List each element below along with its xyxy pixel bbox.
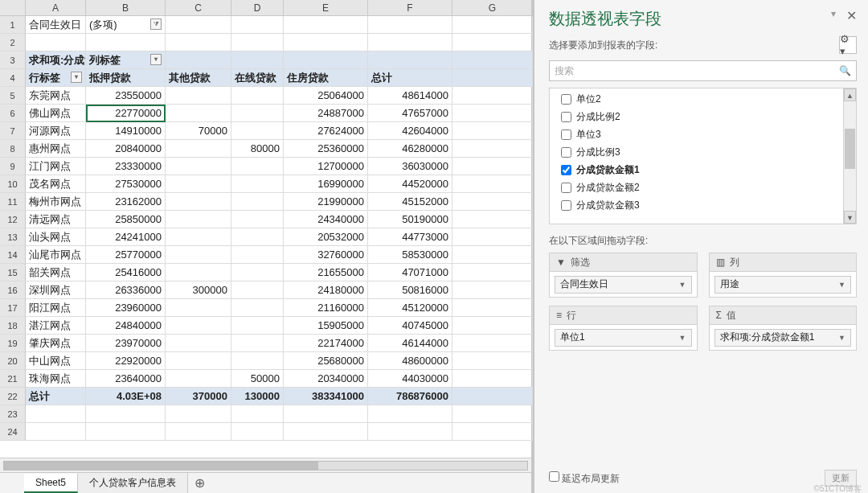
- row-num[interactable]: 15: [0, 264, 26, 281]
- data-cell[interactable]: [166, 299, 231, 317]
- row-num[interactable]: 21: [0, 370, 26, 388]
- field-item[interactable]: 分成贷款金额3: [553, 196, 843, 214]
- row-num[interactable]: 4: [0, 69, 26, 87]
- empty-cell[interactable]: [166, 405, 231, 423]
- data-cell[interactable]: [166, 228, 231, 246]
- data-cell[interactable]: 21160000: [284, 299, 368, 317]
- data-cell[interactable]: 22174000: [284, 335, 368, 352]
- empty-cell[interactable]: [452, 16, 533, 34]
- empty-cell[interactable]: [452, 264, 533, 281]
- row-num[interactable]: 24: [0, 423, 26, 441]
- header-cell[interactable]: [452, 51, 533, 69]
- data-cell[interactable]: 24840000: [86, 317, 166, 335]
- sum-label[interactable]: 求和项:分成贷: [26, 51, 86, 69]
- data-cell[interactable]: [166, 175, 231, 193]
- row-label-cell[interactable]: 湛江网点: [26, 317, 86, 335]
- row-label-cell[interactable]: 佛山网点: [26, 105, 86, 122]
- data-cell[interactable]: 50000: [231, 370, 284, 388]
- data-cell[interactable]: [166, 140, 231, 158]
- total-label[interactable]: 总计: [26, 388, 86, 405]
- data-cell[interactable]: [231, 87, 284, 105]
- data-cell[interactable]: 44520000: [368, 175, 452, 193]
- data-cell[interactable]: 15905000: [284, 317, 368, 335]
- data-cell[interactable]: 24887000: [284, 105, 368, 122]
- empty-cell[interactable]: [26, 423, 86, 441]
- field-scrollbar[interactable]: ▲ ▼: [843, 88, 856, 224]
- col-E[interactable]: E: [284, 0, 368, 16]
- data-cell[interactable]: [166, 335, 231, 352]
- filter-icon[interactable]: ⧩: [150, 18, 162, 30]
- data-cell[interactable]: 45152000: [368, 193, 452, 211]
- data-cell[interactable]: 48600000: [368, 352, 452, 370]
- header-cell[interactable]: [284, 51, 368, 69]
- data-cell[interactable]: 23550000: [86, 87, 166, 105]
- empty-cell[interactable]: [86, 34, 166, 51]
- empty-cell[interactable]: [231, 16, 284, 34]
- data-cell[interactable]: [166, 352, 231, 370]
- row-num[interactable]: 7: [0, 122, 26, 140]
- row-num[interactable]: 19: [0, 335, 26, 352]
- col-D[interactable]: D: [231, 0, 284, 16]
- empty-cell[interactable]: [452, 228, 533, 246]
- tag-values[interactable]: 求和项:分成贷款金额1▼: [714, 329, 852, 347]
- data-cell[interactable]: [231, 246, 284, 264]
- add-sheet-icon[interactable]: ⊕: [188, 478, 211, 489]
- col-F[interactable]: F: [368, 0, 452, 16]
- field-checkbox[interactable]: [561, 165, 571, 175]
- row-num[interactable]: 10: [0, 175, 26, 193]
- field-checkbox[interactable]: [561, 200, 571, 211]
- data-cell[interactable]: [231, 335, 284, 352]
- row-label-cell[interactable]: 珠海网点: [26, 370, 86, 388]
- data-cell[interactable]: 26336000: [86, 281, 166, 299]
- total-cell[interactable]: 130000: [231, 388, 284, 405]
- sheet-tab[interactable]: 个人贷款客户信息表: [78, 473, 188, 493]
- data-cell[interactable]: 24241000: [86, 228, 166, 246]
- data-cell[interactable]: [231, 193, 284, 211]
- empty-cell[interactable]: [166, 16, 231, 34]
- empty-cell[interactable]: [231, 405, 284, 423]
- data-cell[interactable]: 20340000: [284, 370, 368, 388]
- empty-cell[interactable]: [452, 335, 533, 352]
- col-h[interactable]: 抵押贷款: [86, 69, 166, 87]
- data-cell[interactable]: 22770000: [86, 105, 166, 122]
- tag-filter[interactable]: 合同生效日▼: [555, 276, 692, 294]
- col-A[interactable]: A: [26, 0, 86, 16]
- row-label-cell[interactable]: 惠州网点: [26, 140, 86, 158]
- data-cell[interactable]: [231, 175, 284, 193]
- field-item[interactable]: 单位3: [553, 125, 843, 143]
- row-label-cell[interactable]: 深圳网点: [26, 281, 86, 299]
- row-num[interactable]: 9: [0, 158, 26, 175]
- data-cell[interactable]: 23970000: [86, 335, 166, 352]
- grid[interactable]: 1合同生效日(多项)⧩23求和项:分成贷列标签▾4行标签▾抵押贷款其他贷款在线贷…: [0, 16, 531, 458]
- empty-cell[interactable]: [452, 423, 533, 441]
- field-item[interactable]: 单位2: [553, 90, 843, 108]
- data-cell[interactable]: 24340000: [284, 211, 368, 228]
- row-label-cell[interactable]: 中山网点: [26, 352, 86, 370]
- row-num[interactable]: 17: [0, 299, 26, 317]
- data-cell[interactable]: 300000: [166, 281, 231, 299]
- empty-cell[interactable]: [284, 405, 368, 423]
- col-h[interactable]: 在线贷款: [231, 69, 284, 87]
- empty-cell[interactable]: [26, 34, 86, 51]
- row-num[interactable]: 6: [0, 105, 26, 122]
- empty-cell[interactable]: [452, 105, 533, 122]
- col-h[interactable]: 住房贷款: [284, 69, 368, 87]
- data-cell[interactable]: 21655000: [284, 264, 368, 281]
- data-cell[interactable]: 48614000: [368, 87, 452, 105]
- data-cell[interactable]: 23162000: [86, 193, 166, 211]
- header-cell[interactable]: [231, 51, 284, 69]
- row-num[interactable]: 5: [0, 87, 26, 105]
- data-cell[interactable]: 20532000: [284, 228, 368, 246]
- data-cell[interactable]: 14910000: [86, 122, 166, 140]
- data-cell[interactable]: 25770000: [86, 246, 166, 264]
- header-cell[interactable]: [452, 69, 533, 87]
- data-cell[interactable]: 50190000: [368, 211, 452, 228]
- filter-icon[interactable]: ▾: [150, 54, 162, 65]
- row-num[interactable]: 13: [0, 228, 26, 246]
- empty-cell[interactable]: [166, 423, 231, 441]
- filter-field[interactable]: 合同生效日: [26, 16, 86, 34]
- empty-cell[interactable]: [452, 388, 533, 405]
- data-cell[interactable]: 32760000: [284, 246, 368, 264]
- row-label-cell[interactable]: 汕尾市网点: [26, 246, 86, 264]
- data-cell[interactable]: 47071000: [368, 264, 452, 281]
